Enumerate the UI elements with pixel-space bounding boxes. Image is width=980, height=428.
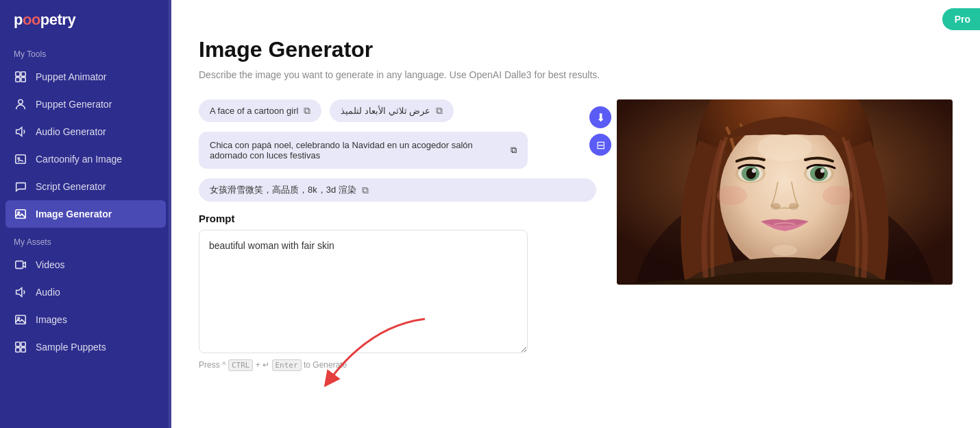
prompt-chip-ar-text: عرض ثلاثي الأبعاد لتلميذ (341, 106, 430, 116)
images-label: Images (36, 314, 67, 325)
svg-rect-15 (21, 342, 25, 346)
videos-label: Videos (36, 259, 65, 270)
puppet-generator-label: Puppet Generator (36, 99, 112, 110)
image-actions: ⬇ ⊟ (589, 106, 611, 156)
svg-point-39 (757, 134, 812, 161)
puppet-animator-label: Puppet Animator (36, 71, 107, 82)
svg-point-38 (772, 245, 797, 256)
copy-icon-es[interactable]: ⧉ (511, 145, 517, 156)
svg-point-4 (19, 99, 23, 104)
svg-rect-14 (16, 342, 20, 346)
copy-icon-ar[interactable]: ⧉ (436, 105, 443, 117)
video-icon (14, 258, 27, 272)
svg-point-32 (752, 169, 756, 173)
page-title: Image Generator (199, 37, 953, 62)
copy-icon-zh[interactable]: ⧉ (362, 185, 369, 196)
sidebar-item-audio-generator[interactable]: Audio Generator (0, 118, 171, 145)
svg-rect-17 (21, 348, 25, 352)
sidebar-item-images[interactable]: Images (0, 306, 171, 333)
sample-puppets-label: Sample Puppets (36, 342, 106, 353)
prompt-chip-ar[interactable]: عرض ثلاثي الأبعاد لتلميذ ⧉ (330, 99, 454, 122)
image-generator-label: Image Generator (36, 209, 112, 219)
svg-point-36 (717, 186, 747, 205)
svg-point-33 (820, 169, 824, 173)
save-button[interactable]: ⊟ (589, 134, 611, 156)
prompt-chip-es[interactable]: Chica con papá noel, celebrando la Navid… (199, 132, 528, 169)
cartoonify-label: Cartoonify an Image (36, 154, 122, 165)
prompt-chip-es-text: Chica con papá noel, celebrando la Navid… (210, 140, 502, 160)
copy-icon-en[interactable]: ⧉ (304, 105, 310, 117)
svg-rect-10 (16, 261, 23, 269)
person-icon (14, 97, 27, 111)
svg-rect-0 (16, 72, 20, 76)
image-smile-icon (14, 152, 27, 166)
svg-rect-3 (21, 78, 25, 82)
my-tools-label: My Tools (0, 40, 171, 63)
generated-image (617, 99, 953, 285)
sidebar-item-puppet-generator[interactable]: Puppet Generator (0, 91, 171, 118)
svg-rect-16 (16, 348, 20, 352)
generated-image-container: ⬇ ⊟ (617, 99, 953, 285)
sample-puppets-icon (14, 340, 27, 354)
svg-rect-12 (16, 316, 25, 324)
audio-label: Audio (36, 287, 60, 298)
prompt-label: Prompt (199, 213, 596, 224)
left-panel: A face of a cartoon girl ⧉ عرض ثلاثي الأ… (199, 99, 596, 370)
content-area: Image Generator Describe the image you w… (171, 16, 980, 390)
sidebar: poopetry My Tools Puppet Animator Puppet… (0, 0, 171, 428)
svg-rect-2 (16, 78, 20, 82)
audio-generator-label: Audio Generator (36, 126, 106, 137)
sidebar-item-audio[interactable]: Audio (0, 278, 171, 306)
svg-marker-5 (16, 128, 22, 136)
sidebar-item-image-generator[interactable]: Image Generator (5, 200, 166, 228)
content-body: A face of a cartoon girl ⧉ عرض ثلاثي الأ… (199, 99, 953, 370)
images-icon (14, 313, 27, 326)
svg-rect-6 (16, 155, 25, 164)
script-generator-label: Script Generator (36, 181, 106, 192)
sidebar-item-script-generator[interactable]: Script Generator (0, 173, 171, 200)
right-panel: ⬇ ⊟ (617, 99, 953, 370)
grid-icon (14, 70, 27, 84)
main-content: Pro Image Generator Describe the image y… (171, 0, 980, 428)
sidebar-item-puppet-animator[interactable]: Puppet Animator (0, 63, 171, 91)
svg-point-7 (18, 158, 20, 160)
prompt-textarea[interactable]: beautiful woman with fair skin (199, 230, 528, 353)
header-bar: Pro (171, 0, 980, 16)
prompt-chip-zh-text: 女孩滑雪微笑，高品质，8k，3d 渲染 (210, 184, 356, 196)
my-assets-label: My Assets (0, 228, 171, 251)
prompt-chip-en-text: A face of a cartoon girl (210, 106, 298, 116)
svg-point-35 (789, 203, 798, 210)
page-subtitle: Describe the image you want to generate … (199, 69, 953, 80)
svg-rect-1 (21, 72, 25, 76)
press-hint: Press ^ CTRL + ↵ Enter to Generate (199, 360, 596, 370)
prompt-chip-zh[interactable]: 女孩滑雪微笑，高品质，8k，3d 渲染 ⧉ (199, 178, 596, 202)
svg-rect-8 (16, 210, 25, 219)
chat-icon (14, 180, 27, 193)
logo-text: poopetry (14, 11, 75, 29)
sidebar-item-cartoonify[interactable]: Cartoonify an Image (0, 145, 171, 173)
audio-icon (14, 285, 27, 299)
prompt-chips-row: A face of a cartoon girl ⧉ عرض ثلاثي الأ… (199, 99, 596, 122)
svg-point-37 (822, 186, 853, 205)
download-button[interactable]: ⬇ (589, 106, 611, 128)
sidebar-item-videos[interactable]: Videos (0, 251, 171, 278)
volume-icon (14, 125, 27, 139)
logo-oo: oo (23, 11, 40, 28)
logo: poopetry (0, 0, 171, 40)
svg-point-34 (771, 203, 781, 210)
pro-button[interactable]: Pro (942, 8, 980, 30)
svg-marker-11 (16, 288, 22, 297)
sidebar-item-sample-puppets[interactable]: Sample Puppets (0, 333, 171, 361)
image-icon (14, 207, 27, 221)
prompt-chip-en[interactable]: A face of a cartoon girl ⧉ (199, 99, 321, 122)
